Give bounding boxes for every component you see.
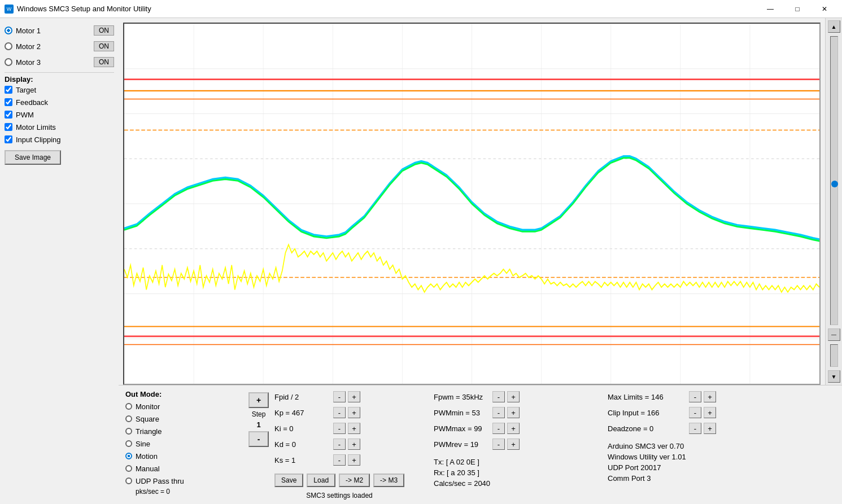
scroll-down-button[interactable]: ▼ bbox=[828, 370, 840, 383]
monitor-label: Monitor bbox=[136, 402, 160, 411]
pwm-checkbox[interactable] bbox=[5, 111, 12, 119]
udp-radio[interactable] bbox=[125, 477, 132, 484]
motion-radio-row: Motion bbox=[125, 450, 244, 462]
input-clipping-label: Input Clipping bbox=[16, 135, 61, 144]
udp-port-row: UDP Port 20017 bbox=[608, 463, 835, 472]
pwmmax-plus-button[interactable]: + bbox=[507, 423, 520, 434]
step-value: 1 bbox=[256, 420, 260, 429]
fpwm-plus-button[interactable]: + bbox=[507, 391, 520, 402]
pwm-checkbox-row: PWM bbox=[5, 108, 114, 121]
manual-label: Manual bbox=[136, 464, 160, 473]
kd-row: Kd = 0 - + bbox=[274, 437, 404, 451]
ks-minus-button[interactable]: - bbox=[333, 454, 346, 466]
sine-radio[interactable] bbox=[125, 440, 132, 447]
scroll-thumb bbox=[831, 181, 838, 187]
save-image-button[interactable]: Save Image bbox=[5, 150, 61, 165]
left-panel: Motor 1 ON Motor 2 ON Motor 3 ON Display… bbox=[0, 18, 119, 504]
pwmrev-plus-button[interactable]: + bbox=[507, 439, 520, 450]
rx-label: Rx: [ a 20 35 ] bbox=[434, 468, 479, 477]
chart-and-bottom: ▲ — ▼ Out Mode: Monitor bbox=[119, 18, 842, 504]
m3-button[interactable]: -> M3 bbox=[373, 474, 404, 487]
deadzone-plus-button[interactable]: + bbox=[704, 423, 716, 434]
motor1-radio[interactable] bbox=[5, 27, 12, 34]
target-checkbox-row: Target bbox=[5, 84, 114, 96]
fpid-label: Fpid / 2 bbox=[274, 393, 331, 401]
clipinput-minus-button[interactable]: - bbox=[689, 407, 701, 418]
motor-limits-checkbox-row: Motor Limits bbox=[5, 121, 114, 133]
manual-radio-row: Manual bbox=[125, 463, 244, 474]
scroll-track2 bbox=[830, 344, 838, 367]
feedback-label: Feedback bbox=[16, 98, 48, 107]
load-button[interactable]: Load bbox=[307, 474, 335, 487]
params-section: Fpid / 2 - + Kp = 467 - + Ki = 0 - + bbox=[274, 390, 404, 499]
scroll-track bbox=[830, 36, 838, 325]
kd-plus-button[interactable]: + bbox=[348, 439, 360, 450]
pwmmax-minus-button[interactable]: - bbox=[492, 423, 505, 434]
manual-radio[interactable] bbox=[125, 465, 132, 472]
pwmrev-minus-button[interactable]: - bbox=[492, 439, 505, 450]
triangle-radio[interactable] bbox=[125, 428, 132, 435]
kp-minus-button[interactable]: - bbox=[333, 407, 346, 418]
maxlimits-minus-button[interactable]: - bbox=[689, 391, 701, 402]
ks-label: Ks = 1 bbox=[274, 456, 331, 464]
feedback-checkbox-row: Feedback bbox=[5, 96, 114, 108]
minimize-button[interactable]: — bbox=[757, 2, 783, 16]
scroll-mid-button[interactable]: — bbox=[828, 328, 840, 341]
square-radio[interactable] bbox=[125, 415, 132, 422]
motor1-on-button[interactable]: ON bbox=[94, 25, 114, 36]
udp-label: UDP Pass thru bbox=[136, 477, 184, 485]
pwmmin-label: PWMmin = 53 bbox=[434, 409, 490, 417]
title-bar-left: W Windows SMC3 Setup and Monitor Utility bbox=[5, 5, 151, 14]
deadzone-minus-button[interactable]: - bbox=[689, 423, 701, 434]
input-clipping-checkbox[interactable] bbox=[5, 135, 12, 143]
monitor-radio[interactable] bbox=[125, 403, 132, 410]
kd-minus-button[interactable]: - bbox=[333, 439, 346, 450]
ks-plus-button[interactable]: + bbox=[348, 454, 360, 466]
ks-row: Ks = 1 - + bbox=[274, 453, 404, 467]
motor3-row: Motor 3 ON bbox=[5, 54, 114, 70]
motion-radio[interactable] bbox=[125, 453, 132, 459]
fpid-plus-button[interactable]: + bbox=[348, 391, 360, 402]
chart-container bbox=[123, 23, 821, 385]
clipinput-plus-button[interactable]: + bbox=[704, 407, 716, 418]
tx-row: Tx: [ A 02 0E ] bbox=[434, 458, 603, 466]
ki-plus-button[interactable]: + bbox=[348, 423, 360, 434]
chart-row: ▲ — ▼ bbox=[119, 18, 842, 385]
bottom-panel: Out Mode: Monitor Square Triangle bbox=[119, 385, 842, 504]
triangle-radio-row: Triangle bbox=[125, 426, 244, 437]
close-button[interactable]: ✕ bbox=[812, 2, 837, 16]
target-checkbox[interactable] bbox=[5, 86, 12, 94]
out-mode-label: Out Mode: bbox=[125, 390, 244, 398]
maximize-button[interactable]: □ bbox=[784, 2, 810, 16]
motor2-label: Motor 2 bbox=[16, 42, 90, 51]
save-button[interactable]: Save bbox=[274, 474, 303, 487]
step-section: + Step 1 - bbox=[248, 392, 269, 499]
fpwm-minus-button[interactable]: - bbox=[492, 391, 505, 402]
feedback-checkbox[interactable] bbox=[5, 98, 12, 106]
motor3-on-button[interactable]: ON bbox=[94, 57, 114, 67]
ki-minus-button[interactable]: - bbox=[333, 423, 346, 434]
step-minus-button[interactable]: - bbox=[248, 431, 269, 447]
pwmmin-minus-button[interactable]: - bbox=[492, 407, 505, 418]
kp-plus-button[interactable]: + bbox=[348, 407, 360, 418]
ki-row: Ki = 0 - + bbox=[274, 422, 404, 435]
pwm-params-section: Fpwm = 35kHz - + PWMmin = 53 - + PWMmax … bbox=[434, 390, 603, 499]
clipinput-label: Clip Input = 166 bbox=[608, 409, 687, 417]
motor-limits-checkbox[interactable] bbox=[5, 123, 12, 131]
fpid-minus-button[interactable]: - bbox=[333, 391, 346, 402]
window-title: Windows SMC3 Setup and Monitor Utility bbox=[17, 5, 151, 13]
title-bar-buttons: — □ ✕ bbox=[757, 2, 837, 16]
motor2-on-button[interactable]: ON bbox=[94, 41, 114, 51]
step-plus-button[interactable]: + bbox=[248, 392, 269, 408]
motor1-row: Motor 1 ON bbox=[5, 23, 114, 38]
motor2-radio[interactable] bbox=[5, 42, 12, 50]
pwmmin-plus-button[interactable]: + bbox=[507, 407, 520, 418]
arduino-label: Arduino SMC3 ver 0.70 bbox=[608, 442, 684, 450]
pwmrev-row: PWMrev = 19 - + bbox=[434, 437, 603, 451]
sine-radio-row: Sine bbox=[125, 438, 244, 449]
motor3-radio[interactable] bbox=[5, 58, 12, 66]
fpid-row: Fpid / 2 - + bbox=[274, 390, 404, 404]
m2-button[interactable]: -> M2 bbox=[339, 474, 370, 487]
scroll-up-button[interactable]: ▲ bbox=[828, 20, 840, 33]
maxlimits-plus-button[interactable]: + bbox=[704, 391, 716, 402]
